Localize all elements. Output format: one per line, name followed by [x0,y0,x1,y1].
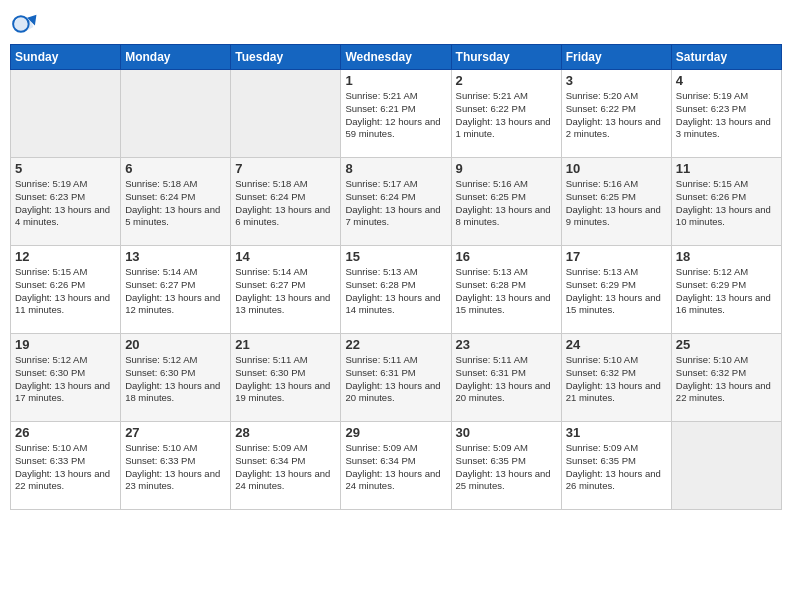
calendar-cell: 1Sunrise: 5:21 AMSunset: 6:21 PMDaylight… [341,70,451,158]
day-number: 15 [345,249,446,264]
day-number: 26 [15,425,116,440]
day-number: 4 [676,73,777,88]
day-number: 11 [676,161,777,176]
day-info: Sunrise: 5:21 AMSunset: 6:21 PMDaylight:… [345,90,446,141]
day-number: 20 [125,337,226,352]
calendar-cell: 24Sunrise: 5:10 AMSunset: 6:32 PMDayligh… [561,334,671,422]
calendar-cell: 4Sunrise: 5:19 AMSunset: 6:23 PMDaylight… [671,70,781,158]
calendar-cell [121,70,231,158]
calendar-cell: 26Sunrise: 5:10 AMSunset: 6:33 PMDayligh… [11,422,121,510]
day-info: Sunrise: 5:10 AMSunset: 6:32 PMDaylight:… [676,354,777,405]
day-info: Sunrise: 5:12 AMSunset: 6:29 PMDaylight:… [676,266,777,317]
calendar-cell: 3Sunrise: 5:20 AMSunset: 6:22 PMDaylight… [561,70,671,158]
day-number: 19 [15,337,116,352]
calendar-cell: 11Sunrise: 5:15 AMSunset: 6:26 PMDayligh… [671,158,781,246]
day-number: 29 [345,425,446,440]
day-info: Sunrise: 5:12 AMSunset: 6:30 PMDaylight:… [15,354,116,405]
week-row-3: 12Sunrise: 5:15 AMSunset: 6:26 PMDayligh… [11,246,782,334]
calendar-cell: 27Sunrise: 5:10 AMSunset: 6:33 PMDayligh… [121,422,231,510]
day-info: Sunrise: 5:13 AMSunset: 6:29 PMDaylight:… [566,266,667,317]
calendar-cell: 22Sunrise: 5:11 AMSunset: 6:31 PMDayligh… [341,334,451,422]
day-number: 14 [235,249,336,264]
day-number: 6 [125,161,226,176]
day-number: 24 [566,337,667,352]
calendar-cell: 29Sunrise: 5:09 AMSunset: 6:34 PMDayligh… [341,422,451,510]
calendar-cell [11,70,121,158]
day-info: Sunrise: 5:16 AMSunset: 6:25 PMDaylight:… [566,178,667,229]
header-row: SundayMondayTuesdayWednesdayThursdayFrid… [11,45,782,70]
day-info: Sunrise: 5:15 AMSunset: 6:26 PMDaylight:… [15,266,116,317]
header-tuesday: Tuesday [231,45,341,70]
day-info: Sunrise: 5:11 AMSunset: 6:30 PMDaylight:… [235,354,336,405]
header-thursday: Thursday [451,45,561,70]
calendar-cell [671,422,781,510]
day-info: Sunrise: 5:17 AMSunset: 6:24 PMDaylight:… [345,178,446,229]
calendar-cell: 5Sunrise: 5:19 AMSunset: 6:23 PMDaylight… [11,158,121,246]
calendar-cell: 16Sunrise: 5:13 AMSunset: 6:28 PMDayligh… [451,246,561,334]
day-info: Sunrise: 5:19 AMSunset: 6:23 PMDaylight:… [676,90,777,141]
header-monday: Monday [121,45,231,70]
calendar-table: SundayMondayTuesdayWednesdayThursdayFrid… [10,44,782,510]
day-info: Sunrise: 5:15 AMSunset: 6:26 PMDaylight:… [676,178,777,229]
calendar-cell: 10Sunrise: 5:16 AMSunset: 6:25 PMDayligh… [561,158,671,246]
day-number: 8 [345,161,446,176]
day-number: 9 [456,161,557,176]
calendar-cell: 13Sunrise: 5:14 AMSunset: 6:27 PMDayligh… [121,246,231,334]
week-row-1: 1Sunrise: 5:21 AMSunset: 6:21 PMDaylight… [11,70,782,158]
day-number: 7 [235,161,336,176]
week-row-2: 5Sunrise: 5:19 AMSunset: 6:23 PMDaylight… [11,158,782,246]
day-info: Sunrise: 5:19 AMSunset: 6:23 PMDaylight:… [15,178,116,229]
logo-icon [10,10,38,38]
day-info: Sunrise: 5:09 AMSunset: 6:35 PMDaylight:… [456,442,557,493]
calendar-cell: 15Sunrise: 5:13 AMSunset: 6:28 PMDayligh… [341,246,451,334]
week-row-5: 26Sunrise: 5:10 AMSunset: 6:33 PMDayligh… [11,422,782,510]
week-row-4: 19Sunrise: 5:12 AMSunset: 6:30 PMDayligh… [11,334,782,422]
day-info: Sunrise: 5:09 AMSunset: 6:35 PMDaylight:… [566,442,667,493]
calendar-cell: 9Sunrise: 5:16 AMSunset: 6:25 PMDaylight… [451,158,561,246]
day-info: Sunrise: 5:18 AMSunset: 6:24 PMDaylight:… [235,178,336,229]
day-number: 28 [235,425,336,440]
day-info: Sunrise: 5:09 AMSunset: 6:34 PMDaylight:… [345,442,446,493]
day-info: Sunrise: 5:16 AMSunset: 6:25 PMDaylight:… [456,178,557,229]
day-info: Sunrise: 5:18 AMSunset: 6:24 PMDaylight:… [125,178,226,229]
day-info: Sunrise: 5:10 AMSunset: 6:32 PMDaylight:… [566,354,667,405]
header-sunday: Sunday [11,45,121,70]
calendar-cell: 12Sunrise: 5:15 AMSunset: 6:26 PMDayligh… [11,246,121,334]
day-info: Sunrise: 5:11 AMSunset: 6:31 PMDaylight:… [456,354,557,405]
day-number: 12 [15,249,116,264]
calendar-cell: 14Sunrise: 5:14 AMSunset: 6:27 PMDayligh… [231,246,341,334]
logo [10,10,42,38]
day-info: Sunrise: 5:12 AMSunset: 6:30 PMDaylight:… [125,354,226,405]
calendar-cell: 8Sunrise: 5:17 AMSunset: 6:24 PMDaylight… [341,158,451,246]
day-info: Sunrise: 5:20 AMSunset: 6:22 PMDaylight:… [566,90,667,141]
day-number: 10 [566,161,667,176]
header-wednesday: Wednesday [341,45,451,70]
day-number: 17 [566,249,667,264]
day-number: 18 [676,249,777,264]
header-saturday: Saturday [671,45,781,70]
day-number: 23 [456,337,557,352]
day-info: Sunrise: 5:21 AMSunset: 6:22 PMDaylight:… [456,90,557,141]
day-info: Sunrise: 5:14 AMSunset: 6:27 PMDaylight:… [125,266,226,317]
calendar-cell: 18Sunrise: 5:12 AMSunset: 6:29 PMDayligh… [671,246,781,334]
page-header [10,10,782,38]
day-number: 5 [15,161,116,176]
day-number: 31 [566,425,667,440]
calendar-cell: 20Sunrise: 5:12 AMSunset: 6:30 PMDayligh… [121,334,231,422]
day-info: Sunrise: 5:11 AMSunset: 6:31 PMDaylight:… [345,354,446,405]
day-number: 25 [676,337,777,352]
day-number: 22 [345,337,446,352]
day-number: 1 [345,73,446,88]
day-number: 2 [456,73,557,88]
day-number: 16 [456,249,557,264]
calendar-cell: 21Sunrise: 5:11 AMSunset: 6:30 PMDayligh… [231,334,341,422]
calendar-cell: 7Sunrise: 5:18 AMSunset: 6:24 PMDaylight… [231,158,341,246]
calendar-cell: 6Sunrise: 5:18 AMSunset: 6:24 PMDaylight… [121,158,231,246]
calendar-cell: 2Sunrise: 5:21 AMSunset: 6:22 PMDaylight… [451,70,561,158]
calendar-cell: 19Sunrise: 5:12 AMSunset: 6:30 PMDayligh… [11,334,121,422]
day-info: Sunrise: 5:09 AMSunset: 6:34 PMDaylight:… [235,442,336,493]
calendar-cell: 23Sunrise: 5:11 AMSunset: 6:31 PMDayligh… [451,334,561,422]
day-info: Sunrise: 5:10 AMSunset: 6:33 PMDaylight:… [15,442,116,493]
calendar-cell: 30Sunrise: 5:09 AMSunset: 6:35 PMDayligh… [451,422,561,510]
calendar-cell: 17Sunrise: 5:13 AMSunset: 6:29 PMDayligh… [561,246,671,334]
